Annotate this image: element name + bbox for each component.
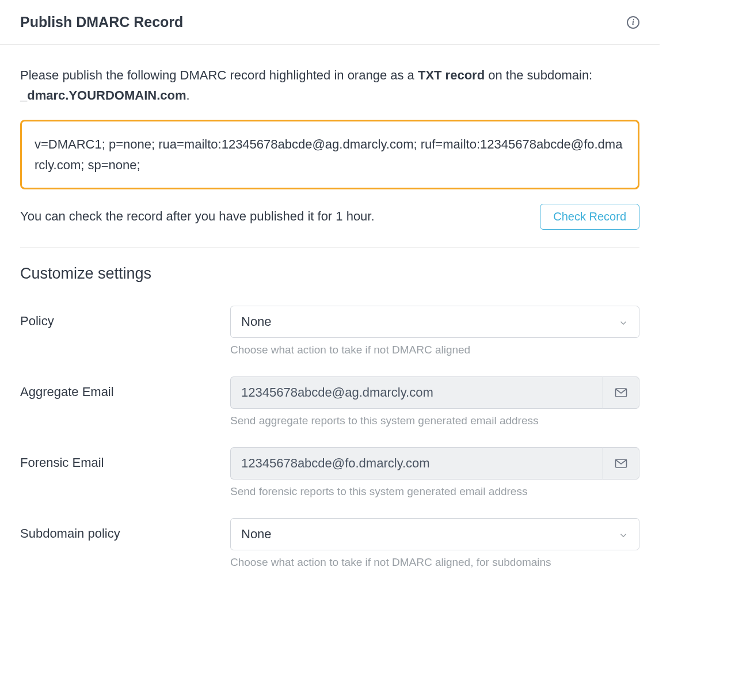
aggregate-email-row: Aggregate Email 12345678abcde@ag.dmarcly… — [20, 376, 639, 427]
forensic-email-input[interactable]: 12345678abcde@fo.dmarcly.com — [230, 447, 603, 480]
envelope-icon — [614, 456, 628, 470]
aggregate-email-label: Aggregate Email — [20, 376, 230, 400]
policy-row: Policy None Choose what action to take i… — [20, 306, 639, 356]
forensic-email-row: Forensic Email 12345678abcde@fo.dmarcly.… — [20, 447, 639, 498]
check-record-row: You can check the record after you have … — [20, 204, 639, 230]
policy-control: None Choose what action to take if not D… — [230, 306, 639, 356]
dmarc-record-box: v=DMARC1; p=none; rua=mailto:12345678abc… — [20, 120, 639, 189]
aggregate-email-help: Send aggregate reports to this system ge… — [230, 414, 639, 427]
envelope-icon — [614, 386, 628, 400]
policy-select-box: None — [230, 306, 639, 338]
instruction-suffix: . — [186, 88, 190, 102]
forensic-email-label: Forensic Email — [20, 447, 230, 470]
instruction-subdomain: _dmarc.YOURDOMAIN.com — [20, 88, 186, 102]
policy-help: Choose what action to take if not DMARC … — [230, 344, 639, 356]
page-title: Publish DMARC Record — [20, 14, 183, 31]
subdomain-policy-select-box: None — [230, 518, 639, 550]
instruction-middle: on the subdomain: — [485, 68, 592, 82]
subdomain-policy-help: Choose what action to take if not DMARC … — [230, 556, 639, 569]
page-content: Please publish the following DMARC recor… — [0, 45, 660, 589]
aggregate-email-group: 12345678abcde@ag.dmarcly.com — [230, 376, 639, 409]
page-header: Publish DMARC Record i — [0, 0, 660, 45]
chevron-down-icon — [618, 317, 629, 327]
chevron-down-icon — [618, 529, 629, 539]
policy-select[interactable]: None — [230, 306, 639, 338]
aggregate-email-input[interactable]: 12345678abcde@ag.dmarcly.com — [230, 376, 603, 409]
instruction-txt-record: TXT record — [418, 68, 485, 82]
check-record-button[interactable]: Check Record — [540, 204, 639, 230]
instruction-text: Please publish the following DMARC recor… — [20, 65, 639, 105]
forensic-email-group: 12345678abcde@fo.dmarcly.com — [230, 447, 639, 480]
customize-settings-title: Customize settings — [20, 265, 639, 283]
subdomain-policy-control: None Choose what action to take if not D… — [230, 518, 639, 569]
aggregate-email-control: 12345678abcde@ag.dmarcly.com Send aggreg… — [230, 376, 639, 427]
aggregate-email-addon — [603, 376, 639, 409]
policy-value: None — [241, 314, 272, 329]
subdomain-policy-select[interactable]: None — [230, 518, 639, 550]
check-record-text: You can check the record after you have … — [20, 209, 375, 224]
info-icon[interactable]: i — [627, 16, 639, 29]
forensic-email-addon — [603, 447, 639, 480]
policy-label: Policy — [20, 306, 230, 329]
forensic-email-control: 12345678abcde@fo.dmarcly.com Send forens… — [230, 447, 639, 498]
subdomain-policy-row: Subdomain policy None Choose what action… — [20, 518, 639, 569]
subdomain-policy-value: None — [241, 527, 272, 542]
divider — [20, 247, 639, 248]
subdomain-policy-label: Subdomain policy — [20, 518, 230, 541]
instruction-prefix: Please publish the following DMARC recor… — [20, 68, 418, 82]
forensic-email-help: Send forensic reports to this system gen… — [230, 485, 639, 498]
